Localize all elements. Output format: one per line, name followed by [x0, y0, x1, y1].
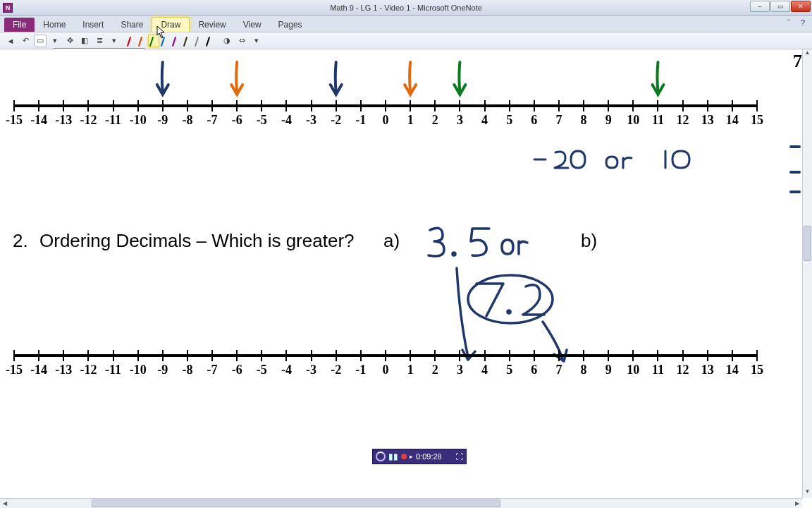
tick-label: -11 [105, 113, 121, 128]
tick-label: 7 [555, 113, 562, 128]
stray-mark [789, 190, 801, 193]
title-bar: N Math 9 - LG 1 - Video 1 - Microsoft On… [0, 0, 812, 16]
window-buttons: – ▭ ✕ [749, 1, 811, 12]
tick-label: -7 [207, 363, 218, 377]
pan-tool[interactable]: ✥ [63, 35, 76, 47]
tick-label: 9 [605, 363, 612, 377]
tick-label: 2 [432, 363, 438, 377]
minimize-button[interactable]: – [750, 1, 770, 12]
blue-pen[interactable] [159, 35, 171, 47]
stray-mark [789, 171, 801, 174]
orange-pen[interactable] [137, 35, 148, 47]
back-button[interactable]: ◄ [4, 35, 17, 47]
black-pen[interactable] [204, 35, 216, 47]
tick-label: 13 [701, 363, 714, 377]
question-number: 2. [13, 230, 28, 252]
scroll-up-icon[interactable]: ▲ [803, 49, 812, 59]
tick-label: -7 [207, 113, 218, 128]
insert-space[interactable]: ⇔ [235, 35, 248, 47]
tick-label: -13 [55, 113, 72, 128]
tick-label: 0 [383, 363, 389, 377]
tick-label: -4 [281, 113, 292, 128]
tab-draw[interactable]: Draw [152, 17, 190, 32]
lasso-tool[interactable]: ▾ [49, 35, 61, 47]
stray-mark [789, 145, 801, 148]
tick-label: 13 [701, 113, 714, 128]
tick-label: -8 [182, 363, 192, 377]
app-icon: N [3, 3, 13, 13]
tab-view[interactable]: View [235, 18, 270, 32]
red-pen[interactable] [125, 35, 137, 47]
tick-label: -1 [355, 363, 366, 377]
tick-label: -2 [331, 113, 341, 128]
tick-label: -14 [30, 363, 47, 377]
tick-label: 6 [531, 363, 537, 377]
question-text: Ordering Decimals – Which is greater? [39, 230, 355, 252]
tab-pages[interactable]: Pages [270, 18, 311, 32]
tick-label: 4 [481, 363, 488, 377]
question-part-b: b) [581, 230, 597, 252]
dark-green-pen[interactable] [148, 35, 159, 47]
dropdown-1[interactable]: ▾ [108, 35, 121, 47]
tick-label: -11 [105, 363, 121, 377]
horizontal-scroll-thumb[interactable] [92, 500, 500, 507]
tick-label: -12 [80, 113, 97, 128]
offscreen-label: 7 [793, 51, 802, 72]
tick-label: 1 [407, 113, 414, 128]
help-icon[interactable]: ? [798, 18, 808, 28]
file-tab[interactable]: File [4, 18, 35, 32]
recording-widget[interactable]: ▮▮ ▸ 0:09:28 ⛶ [372, 449, 467, 464]
ribbon-collapse-icon[interactable]: ˇ [784, 18, 794, 28]
olive-pen[interactable] [182, 35, 193, 47]
more-tools[interactable]: ▾ [250, 35, 263, 47]
tick-label: -5 [257, 363, 267, 377]
purple-pen[interactable] [171, 35, 182, 47]
tab-review[interactable]: Review [190, 18, 234, 32]
tick-label: -6 [232, 113, 242, 128]
tab-home[interactable]: Home [35, 18, 74, 32]
note-canvas[interactable]: 7 -15-14-13-12-11-10-9-8-7-6-5-4-3-2-101… [0, 49, 802, 498]
color-picker[interactable]: ◑ [221, 35, 233, 47]
tick-label: 3 [457, 113, 463, 128]
select-tool[interactable]: ▭ [34, 35, 47, 47]
tick-label: 2 [432, 113, 438, 128]
grey-pen[interactable] [193, 35, 204, 47]
tick-label: 12 [677, 363, 689, 377]
eraser-tool[interactable]: ◧ [78, 35, 91, 47]
handwriting-note [529, 144, 712, 179]
horizontal-scrollbar[interactable]: ◀ ▶ [0, 498, 802, 508]
tick-label: -9 [157, 363, 168, 377]
tick-label: 10 [627, 113, 639, 128]
tick-label: 11 [652, 113, 664, 128]
tick-label: 9 [605, 113, 612, 128]
scroll-left-icon[interactable]: ◀ [0, 499, 10, 508]
vertical-scroll-thumb[interactable] [804, 226, 811, 261]
tab-share[interactable]: Share [112, 18, 152, 32]
close-button[interactable]: ✕ [791, 1, 811, 12]
tick-label: -12 [80, 363, 97, 377]
tick-label: 4 [481, 113, 488, 128]
ruled-lines[interactable]: ≣ [93, 35, 106, 47]
tick-label: 12 [677, 113, 689, 128]
tick-label: -5 [257, 113, 267, 128]
tick-label: -15 [6, 363, 23, 377]
vertical-scrollbar[interactable]: ▲ ▼ [802, 49, 812, 498]
maximize-button[interactable]: ▭ [770, 1, 790, 12]
fullscreen-icon[interactable]: ⛶ [455, 452, 463, 461]
pause-icon[interactable]: ▮▮ [388, 452, 398, 461]
scroll-right-icon[interactable]: ▶ [792, 499, 802, 508]
ribbon-tabs: File Home Insert Share Draw Review View … [0, 16, 812, 32]
tick-label: -3 [306, 113, 316, 128]
tick-label: 5 [506, 113, 512, 128]
record-icon[interactable] [401, 454, 407, 459]
recorder-time: 0:09:28 [416, 452, 442, 461]
tick-label: 5 [506, 363, 512, 377]
tick-label: 11 [652, 363, 664, 377]
play-icon[interactable]: ▸ [410, 453, 413, 460]
svg-point-1 [508, 310, 510, 313]
tab-insert[interactable]: Insert [74, 18, 112, 32]
tick-label: 3 [457, 363, 463, 377]
undo-button[interactable]: ↶ [19, 35, 32, 47]
tick-label: -8 [182, 113, 192, 128]
scroll-down-icon[interactable]: ▼ [803, 488, 812, 498]
